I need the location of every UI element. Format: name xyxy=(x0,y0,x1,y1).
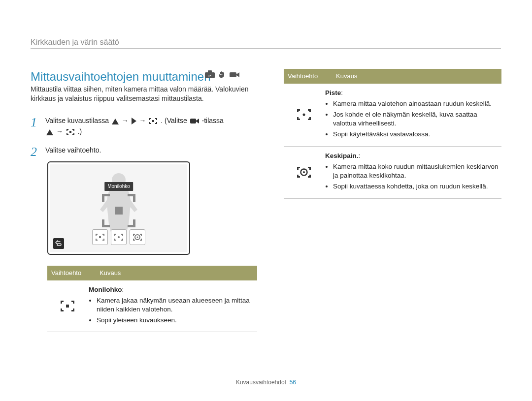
table-row: Piste: Kamera mittaa valotehon ainoastaa… xyxy=(284,84,501,147)
col-header-option: Vaihtoehto xyxy=(47,266,96,280)
video-mode-icon xyxy=(230,70,239,79)
svg-rect-6 xyxy=(69,131,71,133)
page-footer: Kuvausvaihtoehdot 56 xyxy=(0,378,532,386)
mode-icons-row: P xyxy=(205,70,239,79)
center-metering-description: Keskipain.: Kamera mittaa koko ruudun mi… xyxy=(324,147,501,198)
table-row: Keskipain.: Kamera mittaa koko ruudun mi… xyxy=(284,147,501,199)
right-chevron-icon xyxy=(132,118,138,126)
footer-page-number: 56 xyxy=(290,379,296,386)
col-header-option: Vaihtoehto xyxy=(284,69,332,84)
option-bullet: Kamera jakaa näkymän useaan alueeseen ja… xyxy=(97,296,254,314)
multi-metering-icon-2 xyxy=(66,129,77,137)
svg-rect-5 xyxy=(190,119,196,123)
metering-selector-row xyxy=(92,229,145,245)
svg-point-12 xyxy=(137,237,138,238)
option-name-center: Keskipain. xyxy=(325,152,359,159)
svg-text:P: P xyxy=(208,74,211,78)
hand-mode-icon xyxy=(218,70,227,79)
option-bullet: Kamera mittaa valotehon ainoastaan ruudu… xyxy=(333,99,499,108)
options-table-left: Vaihtoehto Kuvaus Monilohko: Kamera jaka… xyxy=(47,266,257,332)
table-row: Monilohko: Kamera jakaa näkymän useaan a… xyxy=(47,280,257,333)
step-1: 1 Valitse kuvaustilassa → → . (Valitse -… xyxy=(31,116,262,138)
up-triangle-icon xyxy=(112,118,121,126)
step-1-text-c: -tilassa xyxy=(201,117,223,124)
option-bullet: Sopii kuvattaessa kohdetta, joka on ruud… xyxy=(333,182,499,191)
center-focus-frame xyxy=(102,194,135,227)
svg-point-14 xyxy=(303,114,305,116)
svg-rect-4 xyxy=(152,120,154,122)
arrow-3: → xyxy=(56,127,63,135)
page-title: Mittausvaihtoehtojen muuttaminen xyxy=(31,69,211,85)
step-1-text-b: . (Valitse xyxy=(161,117,187,124)
svg-rect-8 xyxy=(115,207,123,215)
illustration-label: Monilohko xyxy=(104,182,133,191)
camera-screen-illustration: Monilohko xyxy=(47,161,190,255)
svg-rect-1 xyxy=(208,70,212,73)
svg-rect-13 xyxy=(66,305,69,308)
footer-section: Kuvausvaihtoehdot xyxy=(236,379,286,386)
center-metering-row-icon xyxy=(284,147,324,198)
intro-text: Mittaustila viittaa siihen, miten kamera… xyxy=(31,85,257,103)
svg-rect-9 xyxy=(99,236,101,238)
metering-option-spot xyxy=(111,229,127,245)
svg-rect-3 xyxy=(230,72,236,77)
multi-metering-icon xyxy=(149,118,160,126)
col-header-description: Kuvaus xyxy=(332,69,501,84)
step-1-number: 1 xyxy=(31,116,40,129)
multi-metering-description: Monilohko: Kamera jakaa näkymän useaan a… xyxy=(88,280,257,332)
step-1-text-a: Valitse kuvaustilassa xyxy=(45,117,109,124)
svg-point-10 xyxy=(118,236,120,238)
horizontal-rule xyxy=(31,48,501,49)
col-header-description: Kuvaus xyxy=(96,266,257,280)
metering-option-multi xyxy=(92,229,108,245)
step-1-body: Valitse kuvaustilassa → → . (Valitse -ti… xyxy=(45,116,262,138)
table-header-left: Vaihtoehto Kuvaus xyxy=(47,266,257,280)
option-name-spot: Piste xyxy=(325,89,341,96)
arrow-2: → xyxy=(139,117,146,124)
arrow-1: → xyxy=(122,117,129,124)
step-1-text-d: .) xyxy=(78,127,82,135)
option-bullet: Sopii käytettäväksi vastavalossa. xyxy=(333,130,499,139)
option-bullet: Kamera mittaa koko ruudun mittauslukemie… xyxy=(333,162,499,180)
manual-page: Kirkkauden ja värin säätö Mittausvaihtoe… xyxy=(0,0,532,401)
spot-metering-row-icon xyxy=(284,84,324,146)
table-header-right: Vaihtoehto Kuvaus xyxy=(284,69,501,84)
step-2-text: Valitse vaihtoehto. xyxy=(45,146,262,155)
spot-metering-description: Piste: Kamera mittaa valotehon ainoastaa… xyxy=(324,84,501,146)
up-triangle-icon-2 xyxy=(46,129,55,137)
option-name-multi: Monilohko xyxy=(89,286,122,293)
camera-p-mode-icon: P xyxy=(205,70,215,79)
video-mode-inline-icon xyxy=(190,118,201,126)
option-bullet: Jos kohde ei ole näkymän keskellä, kuva … xyxy=(333,110,499,128)
step-2: 2 Valitse vaihtoehto. xyxy=(31,146,262,158)
metering-option-center xyxy=(130,229,145,245)
options-table-right: Vaihtoehto Kuvaus Piste: Kamera mittaa v… xyxy=(284,69,501,199)
option-bullet: Sopii yleiseen kuvaukseen. xyxy=(97,316,254,325)
svg-point-16 xyxy=(303,171,305,173)
back-button xyxy=(53,238,64,249)
multi-metering-row-icon xyxy=(47,280,88,332)
screen-inner: Monilohko xyxy=(50,164,187,252)
step-2-number: 2 xyxy=(31,146,40,158)
breadcrumb: Kirkkauden ja värin säätö xyxy=(31,37,119,48)
